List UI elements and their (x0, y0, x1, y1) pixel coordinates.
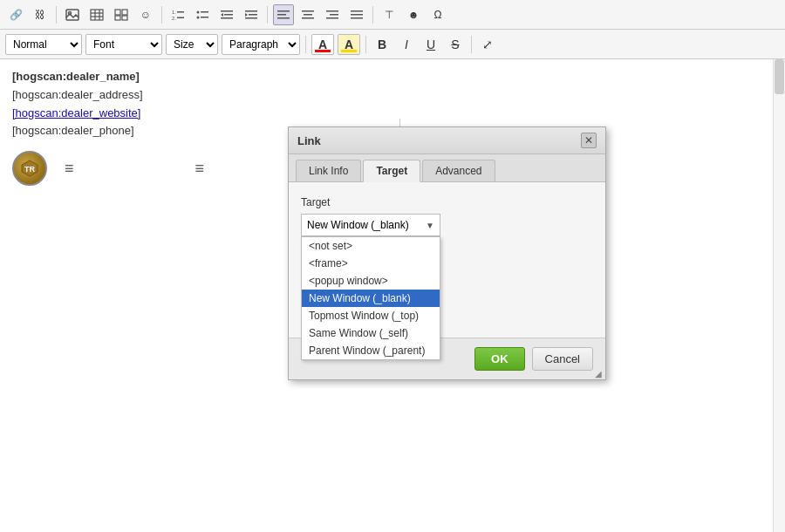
menu-icon-2[interactable]: ≡ (195, 160, 204, 178)
sep7 (471, 36, 472, 53)
svg-rect-10 (122, 16, 127, 20)
svg-rect-14 (177, 17, 184, 18)
size-select[interactable]: Size (166, 34, 218, 55)
svg-rect-19 (221, 10, 233, 12)
svg-rect-23 (245, 10, 257, 12)
highlight-color-button[interactable]: A (338, 34, 360, 55)
bold-button[interactable]: B (372, 34, 392, 55)
svg-rect-35 (326, 17, 338, 19)
tab-advanced[interactable]: Advanced (422, 160, 495, 181)
svg-text:2.: 2. (172, 16, 176, 21)
highlight-color-bar (341, 50, 357, 52)
sep5 (305, 36, 306, 53)
svg-rect-8 (122, 10, 127, 15)
svg-rect-37 (351, 14, 363, 16)
option-blank[interactable]: New Window (_blank) (302, 290, 440, 307)
table-align-top-button[interactable]: ⊤ (379, 4, 399, 25)
svg-point-15 (197, 10, 200, 13)
svg-rect-24 (249, 14, 257, 16)
unlink-button[interactable]: ⛓ (30, 4, 51, 25)
svg-rect-29 (277, 17, 290, 19)
option-popup[interactable]: <popup window> (302, 272, 440, 290)
italic-button[interactable]: I (396, 34, 417, 55)
option-not-set[interactable]: <not set> (302, 237, 440, 255)
emoji-button[interactable]: ☻ (403, 4, 424, 25)
tab-target[interactable]: Target (363, 160, 420, 182)
svg-text:TR: TR (24, 165, 35, 174)
vscroll-thumb[interactable] (775, 59, 784, 94)
sep1 (56, 6, 57, 24)
align-right-button[interactable] (322, 4, 343, 25)
underline-button[interactable]: U (420, 34, 441, 55)
svg-marker-22 (221, 13, 223, 17)
unordered-list-button[interactable] (192, 4, 213, 25)
option-self[interactable]: Same Window (_self) (302, 324, 440, 342)
svg-rect-21 (221, 17, 233, 19)
align-justify-button[interactable] (346, 4, 367, 25)
table-button[interactable] (86, 4, 107, 25)
dialog-tabs: Link Info Target Advanced (289, 154, 605, 182)
svg-rect-25 (245, 17, 257, 19)
svg-rect-28 (277, 14, 286, 16)
editor-line-3[interactable]: [hogscan:dealer_website] (12, 105, 773, 123)
svg-rect-34 (330, 14, 338, 16)
svg-rect-2 (91, 10, 103, 20)
option-parent[interactable]: Parent Window (_parent) (302, 342, 440, 359)
sep6 (365, 36, 366, 53)
link-button[interactable]: 🔗 (5, 4, 26, 25)
tab-link-info[interactable]: Link Info (296, 160, 361, 181)
font-color-button[interactable]: A (311, 34, 334, 55)
target-select-wrapper: New Window (_blank) ▼ <not set> <frame> … (301, 214, 440, 236)
target-select-value: New Window (_blank) (307, 219, 426, 231)
target-field-label: Target (301, 196, 593, 208)
sep4 (372, 6, 373, 24)
maximize-button[interactable]: ⤢ (477, 34, 498, 55)
svg-rect-9 (115, 16, 120, 20)
style-select[interactable]: Normal (5, 34, 82, 55)
svg-marker-26 (245, 13, 248, 17)
vertical-scrollbar[interactable] (773, 59, 785, 532)
svg-rect-7 (115, 10, 120, 15)
font-select[interactable]: Font (85, 34, 162, 55)
svg-rect-30 (302, 10, 314, 12)
align-center-button[interactable] (297, 4, 318, 25)
align-left-button[interactable] (273, 4, 294, 25)
ok-button[interactable]: OK (474, 347, 525, 371)
target-select-display[interactable]: New Window (_blank) ▼ (301, 214, 440, 236)
toolbar-row2: Normal Font Size Paragraph A A B I U S ⤢ (0, 30, 785, 59)
svg-rect-18 (201, 17, 208, 18)
ordered-list-button[interactable]: 1. 2. (167, 4, 188, 25)
svg-point-16 (197, 16, 200, 18)
dialog-resize-handle[interactable]: ◢ (595, 369, 605, 379)
svg-text:1.: 1. (172, 10, 176, 15)
cancel-button[interactable]: Cancel (532, 347, 593, 371)
option-frame[interactable]: <frame> (302, 255, 440, 272)
sep2 (161, 6, 162, 24)
toolbar-row1: 🔗 ⛓ ☺ 1. 2. (0, 0, 785, 30)
link-dialog: Link ✕ Link Info Target Advanced Target … (288, 126, 606, 380)
editor-line-1: [hogscan:dealer_name] (12, 68, 773, 86)
dialog-title: Link (297, 134, 321, 147)
dialog-body: Target New Window (_blank) ▼ <not set> <… (289, 182, 605, 338)
svg-rect-36 (351, 10, 363, 12)
dialog-close-button[interactable]: ✕ (581, 133, 597, 148)
dialog-titlebar: Link ✕ (289, 127, 605, 154)
omega-button[interactable]: Ω (427, 4, 448, 25)
svg-rect-32 (302, 17, 314, 19)
image-button[interactable] (62, 4, 83, 25)
svg-rect-13 (177, 11, 184, 13)
smiley-button[interactable]: ☺ (135, 4, 156, 25)
menu-icon-1[interactable]: ≡ (65, 160, 73, 178)
select-arrow-icon: ▼ (426, 221, 434, 230)
editor-line-2: [hogscan:dealer_address] (12, 86, 773, 105)
special-char-button[interactable] (111, 4, 132, 25)
outdent-button[interactable] (216, 4, 237, 25)
strikethrough-button[interactable]: S (445, 34, 466, 55)
dealer-logo-badge: TR (12, 151, 47, 186)
paragraph-select[interactable]: Paragraph (222, 34, 300, 55)
option-top[interactable]: Topmost Window (_top) (302, 307, 440, 324)
svg-rect-31 (304, 14, 312, 16)
indent-button[interactable] (241, 4, 262, 25)
font-color-bar (315, 50, 331, 52)
svg-rect-17 (201, 11, 208, 13)
